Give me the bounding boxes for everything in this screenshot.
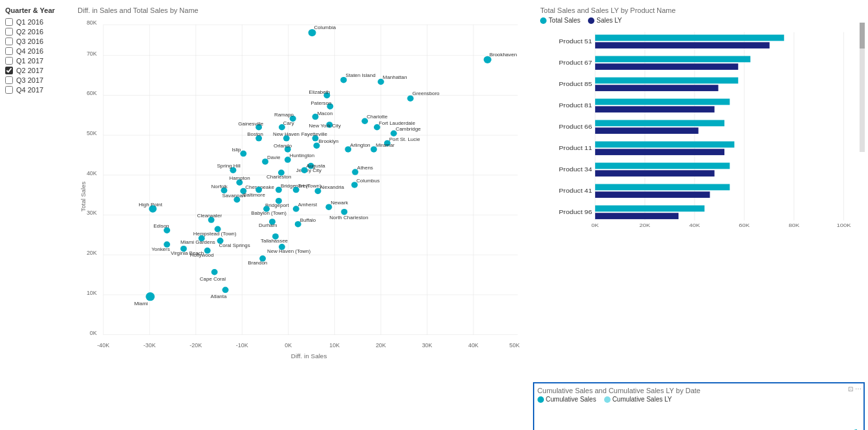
legend-sales-ly: Sales LY xyxy=(588,17,622,24)
checkbox-1[interactable] xyxy=(5,28,13,36)
svg-text:40K: 40K xyxy=(468,342,479,349)
svg-text:Atlanta: Atlanta xyxy=(211,294,227,299)
checkbox-6[interactable] xyxy=(5,76,13,84)
sidebar-item-q1-2017[interactable]: Q1 2017 xyxy=(5,57,66,65)
sidebar-item-q2-2016[interactable]: Q2 2016 xyxy=(5,28,66,36)
svg-text:40K: 40K xyxy=(87,170,97,177)
svg-text:80K: 80K xyxy=(789,222,800,228)
checkbox-0[interactable] xyxy=(5,18,13,26)
svg-text:Macon: Macon xyxy=(318,111,333,116)
svg-text:60K: 60K xyxy=(87,91,97,97)
svg-text:Hampton: Hampton xyxy=(229,176,250,182)
svg-text:20K: 20K xyxy=(87,250,97,256)
checkbox-label-3: Q4 2016 xyxy=(16,47,43,55)
checkbox-label-4: Q1 2017 xyxy=(16,57,43,65)
svg-rect-186 xyxy=(595,56,750,63)
svg-text:Brandon: Brandon xyxy=(248,261,267,266)
cumulative-sales-dot xyxy=(537,396,544,403)
sales-ly-dot xyxy=(588,17,594,24)
sidebar-item-q4-2016[interactable]: Q4 2016 xyxy=(5,47,66,55)
svg-text:Tallahassee: Tallahassee xyxy=(261,238,288,244)
svg-text:Clearwater: Clearwater xyxy=(197,213,222,219)
chart-icons: ⊡ ⋯ xyxy=(848,385,862,392)
svg-text:50K: 50K xyxy=(87,130,97,136)
line-chart-legend: Cumulative Sales Cumulative Sales LY xyxy=(537,396,860,403)
checkbox-2[interactable] xyxy=(5,38,13,45)
svg-text:Athens: Athens xyxy=(357,165,373,171)
svg-text:Product 11: Product 11 xyxy=(559,145,592,151)
line-chart-container: ⊡ ⋯ Cumulative Sales and Cumulative Sale… xyxy=(533,382,865,430)
svg-text:Columbus: Columbus xyxy=(356,178,380,184)
checkbox-4[interactable] xyxy=(5,57,13,65)
svg-text:Spring Hill: Spring Hill xyxy=(217,164,241,169)
maximize-icon[interactable]: ⊡ xyxy=(848,385,853,392)
svg-text:Charleston: Charleston xyxy=(266,174,291,180)
bar-chart-container: Total Sales and Sales LY by Product Name… xyxy=(537,3,865,382)
sidebar-item-q2-2017[interactable]: Q2 2017 xyxy=(5,67,66,74)
svg-text:Savannah: Savannah xyxy=(222,193,245,199)
svg-text:50K: 50K xyxy=(510,342,520,349)
svg-text:Columbia: Columbia xyxy=(314,25,336,30)
checkbox-list: Q1 2016Q2 2016Q3 2016Q4 2016Q1 2017Q2 20… xyxy=(5,18,66,94)
svg-text:Product 81: Product 81 xyxy=(559,102,592,109)
svg-text:Fayetteville: Fayetteville xyxy=(301,131,327,137)
main-layout: Quarter & Year Q1 2016Q2 2016Q3 2016Q4 2… xyxy=(0,0,868,430)
svg-text:30K: 30K xyxy=(422,342,432,349)
svg-text:-30K: -30K xyxy=(144,342,156,349)
svg-text:Charlotte: Charlotte xyxy=(367,114,387,120)
checkbox-5[interactable] xyxy=(5,67,13,74)
svg-text:Orlando: Orlando xyxy=(274,143,292,149)
total-sales-dot xyxy=(540,17,547,24)
bar-chart-svg: Product 51 Product 67 Product 85 Product… xyxy=(540,26,862,239)
svg-rect-194 xyxy=(595,142,734,148)
svg-text:Boston: Boston xyxy=(247,131,263,137)
legend-cumulative-sales-ly-label: Cumulative Sales LY xyxy=(613,396,672,403)
charts-area: Diff. in Sales and Total Sales by Name T… xyxy=(71,0,868,430)
svg-text:Trevi: Trevi xyxy=(298,183,310,189)
more-icon[interactable]: ⋯ xyxy=(855,385,862,392)
checkbox-label-5: Q2 2017 xyxy=(16,67,43,74)
sidebar-item-q1-2016[interactable]: Q1 2016 xyxy=(5,18,66,26)
sidebar-item-q3-2016[interactable]: Q3 2016 xyxy=(5,38,66,45)
svg-text:Diff. in Sales: Diff. in Sales xyxy=(291,352,327,360)
svg-text:-20K: -20K xyxy=(190,342,202,349)
svg-text:Greensboro: Greensboro xyxy=(413,91,440,97)
svg-text:Ramapo: Ramapo xyxy=(274,112,294,118)
legend-cumulative-sales-ly: Cumulative Sales LY xyxy=(604,396,672,403)
checkbox-label-7: Q4 2017 xyxy=(16,86,43,94)
svg-text:Paterson: Paterson xyxy=(311,100,332,106)
svg-text:North Charleston: North Charleston xyxy=(329,215,368,220)
sidebar-title: Quarter & Year xyxy=(5,6,66,14)
svg-text:Amherst: Amherst xyxy=(298,202,318,208)
sidebar-item-q4-2017[interactable]: Q4 2017 xyxy=(5,86,66,94)
sidebar: Quarter & Year Q1 2016Q2 2016Q3 2016Q4 2… xyxy=(0,0,71,430)
svg-text:Total Sales: Total Sales xyxy=(80,182,87,212)
svg-point-157 xyxy=(212,269,218,275)
svg-text:Manhattan: Manhattan xyxy=(383,74,407,80)
cumulative-sales-ly-dot xyxy=(604,396,611,403)
svg-text:-10K: -10K xyxy=(236,342,248,349)
svg-text:Cary: Cary xyxy=(283,120,294,126)
checkbox-label-0: Q1 2016 xyxy=(16,18,43,26)
svg-text:100K: 100K xyxy=(837,222,851,228)
svg-text:Alexandria: Alexandria xyxy=(320,184,344,190)
svg-point-127 xyxy=(341,209,347,215)
svg-text:20K: 20K xyxy=(376,342,386,349)
svg-text:Norfolk: Norfolk xyxy=(212,184,228,189)
checkbox-3[interactable] xyxy=(5,47,13,55)
svg-rect-192 xyxy=(595,120,724,127)
svg-text:Product 85: Product 85 xyxy=(559,81,592,87)
checkbox-7[interactable] xyxy=(5,86,13,94)
scrollbar-thumb[interactable] xyxy=(860,23,865,48)
svg-text:Cape Coral: Cape Coral xyxy=(200,276,226,282)
svg-text:High Point: High Point xyxy=(138,202,162,208)
svg-text:Miami Gardens: Miami Gardens xyxy=(180,239,215,245)
svg-text:Miramar: Miramar xyxy=(376,142,395,148)
line-chart-svg: 0M 1M 2M 3M May 2017 Jun 2017 xyxy=(537,405,860,430)
scrollbar[interactable] xyxy=(860,23,865,152)
svg-text:0K: 0K xyxy=(592,222,600,228)
sidebar-item-q3-2017[interactable]: Q3 2017 xyxy=(5,76,66,84)
svg-text:Product 96: Product 96 xyxy=(559,209,592,215)
svg-text:Product 67: Product 67 xyxy=(559,59,592,66)
svg-text:Coral Springs: Coral Springs xyxy=(219,242,250,248)
